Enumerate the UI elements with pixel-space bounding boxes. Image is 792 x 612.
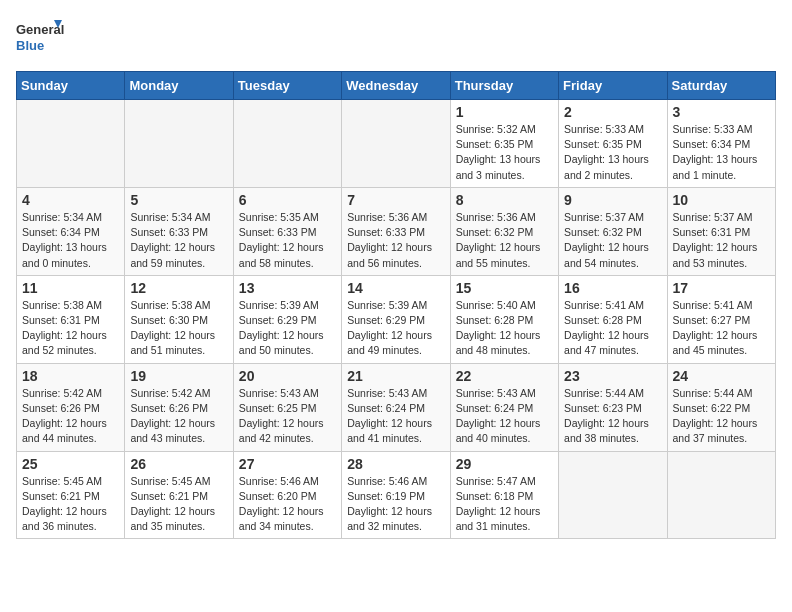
calendar-cell: 2Sunrise: 5:33 AMSunset: 6:35 PMDaylight… (559, 100, 667, 188)
day-info: Sunrise: 5:32 AMSunset: 6:35 PMDaylight:… (456, 122, 553, 183)
calendar-cell (233, 100, 341, 188)
day-info: Sunrise: 5:44 AMSunset: 6:23 PMDaylight:… (564, 386, 661, 447)
dow-header-wednesday: Wednesday (342, 72, 450, 100)
day-info: Sunrise: 5:45 AMSunset: 6:21 PMDaylight:… (130, 474, 227, 535)
calendar-cell (559, 451, 667, 539)
day-info: Sunrise: 5:47 AMSunset: 6:18 PMDaylight:… (456, 474, 553, 535)
calendar-cell: 8Sunrise: 5:36 AMSunset: 6:32 PMDaylight… (450, 187, 558, 275)
day-number: 23 (564, 368, 661, 384)
day-info: Sunrise: 5:40 AMSunset: 6:28 PMDaylight:… (456, 298, 553, 359)
day-info: Sunrise: 5:37 AMSunset: 6:32 PMDaylight:… (564, 210, 661, 271)
calendar-cell: 24Sunrise: 5:44 AMSunset: 6:22 PMDayligh… (667, 363, 775, 451)
day-info: Sunrise: 5:44 AMSunset: 6:22 PMDaylight:… (673, 386, 770, 447)
calendar-cell: 3Sunrise: 5:33 AMSunset: 6:34 PMDaylight… (667, 100, 775, 188)
calendar-cell: 23Sunrise: 5:44 AMSunset: 6:23 PMDayligh… (559, 363, 667, 451)
day-number: 26 (130, 456, 227, 472)
day-number: 8 (456, 192, 553, 208)
week-row-5: 25Sunrise: 5:45 AMSunset: 6:21 PMDayligh… (17, 451, 776, 539)
day-number: 1 (456, 104, 553, 120)
day-number: 20 (239, 368, 336, 384)
day-number: 24 (673, 368, 770, 384)
calendar-body: 1Sunrise: 5:32 AMSunset: 6:35 PMDaylight… (17, 100, 776, 539)
day-number: 7 (347, 192, 444, 208)
day-info: Sunrise: 5:42 AMSunset: 6:26 PMDaylight:… (130, 386, 227, 447)
calendar-cell (342, 100, 450, 188)
day-number: 16 (564, 280, 661, 296)
day-info: Sunrise: 5:41 AMSunset: 6:28 PMDaylight:… (564, 298, 661, 359)
day-number: 5 (130, 192, 227, 208)
dow-header-thursday: Thursday (450, 72, 558, 100)
day-info: Sunrise: 5:43 AMSunset: 6:24 PMDaylight:… (347, 386, 444, 447)
day-info: Sunrise: 5:39 AMSunset: 6:29 PMDaylight:… (347, 298, 444, 359)
calendar-cell: 26Sunrise: 5:45 AMSunset: 6:21 PMDayligh… (125, 451, 233, 539)
dow-header-saturday: Saturday (667, 72, 775, 100)
logo: General Blue (16, 16, 66, 61)
calendar-cell: 17Sunrise: 5:41 AMSunset: 6:27 PMDayligh… (667, 275, 775, 363)
header: General Blue (16, 16, 776, 61)
day-number: 15 (456, 280, 553, 296)
day-info: Sunrise: 5:33 AMSunset: 6:35 PMDaylight:… (564, 122, 661, 183)
day-number: 21 (347, 368, 444, 384)
calendar-cell: 9Sunrise: 5:37 AMSunset: 6:32 PMDaylight… (559, 187, 667, 275)
dow-header-monday: Monday (125, 72, 233, 100)
calendar-cell: 18Sunrise: 5:42 AMSunset: 6:26 PMDayligh… (17, 363, 125, 451)
calendar-cell: 12Sunrise: 5:38 AMSunset: 6:30 PMDayligh… (125, 275, 233, 363)
dow-header-tuesday: Tuesday (233, 72, 341, 100)
week-row-3: 11Sunrise: 5:38 AMSunset: 6:31 PMDayligh… (17, 275, 776, 363)
day-info: Sunrise: 5:37 AMSunset: 6:31 PMDaylight:… (673, 210, 770, 271)
days-of-week-row: SundayMondayTuesdayWednesdayThursdayFrid… (17, 72, 776, 100)
day-number: 22 (456, 368, 553, 384)
calendar-cell: 11Sunrise: 5:38 AMSunset: 6:31 PMDayligh… (17, 275, 125, 363)
day-info: Sunrise: 5:43 AMSunset: 6:24 PMDaylight:… (456, 386, 553, 447)
day-number: 19 (130, 368, 227, 384)
day-number: 3 (673, 104, 770, 120)
calendar-cell: 19Sunrise: 5:42 AMSunset: 6:26 PMDayligh… (125, 363, 233, 451)
day-number: 2 (564, 104, 661, 120)
day-info: Sunrise: 5:41 AMSunset: 6:27 PMDaylight:… (673, 298, 770, 359)
day-number: 9 (564, 192, 661, 208)
day-info: Sunrise: 5:36 AMSunset: 6:32 PMDaylight:… (456, 210, 553, 271)
calendar-cell: 5Sunrise: 5:34 AMSunset: 6:33 PMDaylight… (125, 187, 233, 275)
day-info: Sunrise: 5:46 AMSunset: 6:19 PMDaylight:… (347, 474, 444, 535)
day-number: 18 (22, 368, 119, 384)
calendar-cell: 21Sunrise: 5:43 AMSunset: 6:24 PMDayligh… (342, 363, 450, 451)
calendar: SundayMondayTuesdayWednesdayThursdayFrid… (16, 71, 776, 539)
calendar-cell: 28Sunrise: 5:46 AMSunset: 6:19 PMDayligh… (342, 451, 450, 539)
day-info: Sunrise: 5:34 AMSunset: 6:34 PMDaylight:… (22, 210, 119, 271)
day-number: 17 (673, 280, 770, 296)
day-number: 12 (130, 280, 227, 296)
calendar-cell (125, 100, 233, 188)
week-row-4: 18Sunrise: 5:42 AMSunset: 6:26 PMDayligh… (17, 363, 776, 451)
day-info: Sunrise: 5:46 AMSunset: 6:20 PMDaylight:… (239, 474, 336, 535)
day-info: Sunrise: 5:33 AMSunset: 6:34 PMDaylight:… (673, 122, 770, 183)
svg-text:Blue: Blue (16, 38, 44, 53)
day-number: 11 (22, 280, 119, 296)
calendar-cell (667, 451, 775, 539)
day-number: 27 (239, 456, 336, 472)
day-number: 28 (347, 456, 444, 472)
week-row-1: 1Sunrise: 5:32 AMSunset: 6:35 PMDaylight… (17, 100, 776, 188)
day-info: Sunrise: 5:38 AMSunset: 6:31 PMDaylight:… (22, 298, 119, 359)
calendar-cell: 15Sunrise: 5:40 AMSunset: 6:28 PMDayligh… (450, 275, 558, 363)
day-number: 10 (673, 192, 770, 208)
day-info: Sunrise: 5:39 AMSunset: 6:29 PMDaylight:… (239, 298, 336, 359)
day-info: Sunrise: 5:38 AMSunset: 6:30 PMDaylight:… (130, 298, 227, 359)
day-info: Sunrise: 5:45 AMSunset: 6:21 PMDaylight:… (22, 474, 119, 535)
day-number: 25 (22, 456, 119, 472)
day-number: 6 (239, 192, 336, 208)
calendar-cell: 29Sunrise: 5:47 AMSunset: 6:18 PMDayligh… (450, 451, 558, 539)
week-row-2: 4Sunrise: 5:34 AMSunset: 6:34 PMDaylight… (17, 187, 776, 275)
calendar-cell: 4Sunrise: 5:34 AMSunset: 6:34 PMDaylight… (17, 187, 125, 275)
day-info: Sunrise: 5:34 AMSunset: 6:33 PMDaylight:… (130, 210, 227, 271)
calendar-cell: 7Sunrise: 5:36 AMSunset: 6:33 PMDaylight… (342, 187, 450, 275)
day-info: Sunrise: 5:36 AMSunset: 6:33 PMDaylight:… (347, 210, 444, 271)
calendar-cell: 1Sunrise: 5:32 AMSunset: 6:35 PMDaylight… (450, 100, 558, 188)
calendar-cell: 6Sunrise: 5:35 AMSunset: 6:33 PMDaylight… (233, 187, 341, 275)
calendar-cell: 27Sunrise: 5:46 AMSunset: 6:20 PMDayligh… (233, 451, 341, 539)
dow-header-sunday: Sunday (17, 72, 125, 100)
calendar-cell: 13Sunrise: 5:39 AMSunset: 6:29 PMDayligh… (233, 275, 341, 363)
day-info: Sunrise: 5:42 AMSunset: 6:26 PMDaylight:… (22, 386, 119, 447)
day-info: Sunrise: 5:35 AMSunset: 6:33 PMDaylight:… (239, 210, 336, 271)
calendar-cell: 22Sunrise: 5:43 AMSunset: 6:24 PMDayligh… (450, 363, 558, 451)
day-number: 29 (456, 456, 553, 472)
